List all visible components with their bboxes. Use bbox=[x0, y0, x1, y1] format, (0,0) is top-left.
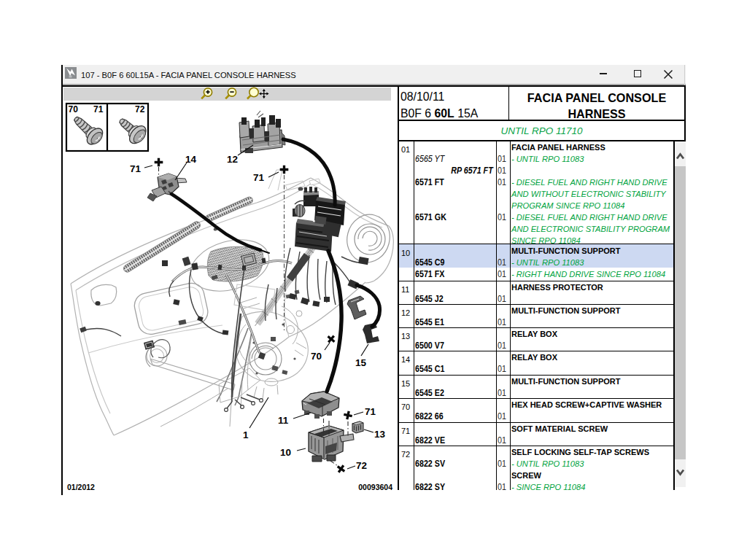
svg-text:14: 14 bbox=[185, 154, 197, 165]
svg-text:11: 11 bbox=[278, 415, 289, 426]
svg-text:1: 1 bbox=[243, 429, 249, 440]
svg-text:72: 72 bbox=[356, 460, 367, 471]
svg-text:13: 13 bbox=[374, 429, 386, 440]
svg-text:15: 15 bbox=[355, 357, 367, 368]
svg-text:71: 71 bbox=[130, 163, 142, 174]
svg-text:12: 12 bbox=[227, 154, 238, 165]
svg-text:71: 71 bbox=[365, 406, 376, 417]
svg-text:10: 10 bbox=[280, 447, 291, 458]
svg-text:72: 72 bbox=[135, 104, 145, 114]
svg-text:71: 71 bbox=[93, 104, 104, 114]
svg-text:70: 70 bbox=[69, 104, 79, 114]
svg-text:71: 71 bbox=[253, 172, 265, 183]
svg-text:70: 70 bbox=[311, 351, 322, 362]
